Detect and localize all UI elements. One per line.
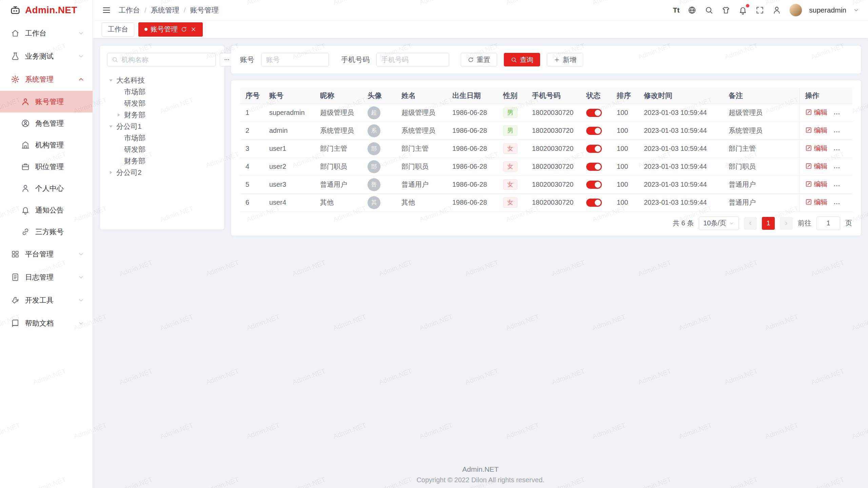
edit-button[interactable]: 编辑	[805, 108, 828, 117]
caret-placeholder	[115, 88, 122, 96]
edit-icon	[805, 199, 812, 205]
account-filter-label: 账号	[240, 55, 254, 64]
breadcrumb-item[interactable]: 工作台	[119, 5, 140, 15]
row-more-button[interactable]	[833, 146, 841, 154]
cell-actions: 编辑	[800, 176, 852, 194]
current-page-button[interactable]: 1	[762, 217, 775, 230]
page-unit-label: 页	[845, 219, 852, 228]
tree-node-label: 分公司1	[116, 122, 142, 131]
avatar: 其	[368, 196, 380, 209]
tree-node[interactable]: 分公司2	[107, 167, 217, 178]
tree-node[interactable]: 财务部	[115, 155, 217, 167]
avatar: 部	[368, 160, 380, 173]
status-toggle[interactable]	[586, 163, 602, 171]
fullscreen-icon[interactable]	[755, 6, 764, 15]
chevron-down-icon	[78, 297, 84, 304]
tree-node[interactable]: 财务部	[115, 109, 217, 121]
tree-node[interactable]: 市场部	[115, 86, 217, 98]
caret-down-icon[interactable]	[107, 123, 115, 130]
query-button[interactable]: 查询	[504, 53, 540, 66]
tree-node[interactable]: 大名科技	[107, 75, 217, 86]
reset-button[interactable]: 重置	[461, 53, 497, 66]
org-search-box[interactable]	[107, 53, 216, 66]
sidebar-item-business-test[interactable]: 业务测试	[0, 45, 93, 68]
language-icon[interactable]	[688, 6, 696, 15]
edit-button[interactable]: 编辑	[805, 162, 828, 171]
edit-icon	[805, 181, 812, 187]
notification-icon[interactable]	[738, 6, 747, 15]
add-button[interactable]: 新增	[547, 53, 583, 66]
edit-button[interactable]: 编辑	[805, 180, 828, 189]
table-row: 4user2部门职员部部门职员1986-06-28女18020030720100…	[240, 158, 852, 176]
tab-label: 账号管理	[151, 25, 178, 34]
close-icon[interactable]	[190, 26, 197, 33]
org-search-input[interactable]	[121, 56, 211, 64]
row-more-button[interactable]	[833, 200, 841, 207]
prev-page-button[interactable]	[744, 217, 757, 230]
sidebar-subitem-notice[interactable]: 通知公告	[0, 199, 93, 221]
caret-right-icon[interactable]	[115, 111, 122, 119]
status-toggle[interactable]	[586, 145, 602, 153]
cell-account: superadmin	[264, 104, 315, 122]
cell-modified: 2023-01-03 10:59:44	[638, 194, 723, 211]
tree-node[interactable]: 研发部	[115, 144, 217, 155]
sidebar-item-workbench[interactable]: 工作台	[0, 22, 93, 45]
sidebar-item-log-mgmt[interactable]: 日志管理	[0, 266, 93, 289]
edit-button[interactable]: 编辑	[805, 126, 828, 135]
phone-filter-input[interactable]	[376, 53, 449, 66]
pagination-total: 共 6 条	[673, 219, 694, 228]
sidebar-subitem-org-mgmt[interactable]: 机构管理	[0, 134, 93, 156]
sidebar-item-dev-tools[interactable]: 开发工具	[0, 289, 93, 312]
status-toggle[interactable]	[586, 109, 602, 117]
hamburger-menu-icon[interactable]	[102, 5, 111, 15]
goto-page-input[interactable]	[816, 217, 840, 230]
edit-button[interactable]: 编辑	[805, 198, 828, 207]
theme-icon[interactable]	[722, 6, 730, 15]
status-toggle[interactable]	[586, 181, 602, 189]
pagination: 共 6 条 10条/页 1 前往 页	[240, 217, 852, 230]
search-icon	[112, 56, 118, 63]
search-icon[interactable]	[705, 6, 713, 15]
cell-birthdate: 1986-06-28	[447, 104, 498, 122]
status-toggle[interactable]	[586, 127, 602, 135]
caret-right-icon[interactable]	[107, 169, 115, 176]
breadcrumb-item[interactable]: 账号管理	[190, 5, 219, 15]
user-menu-chevron-icon[interactable]	[853, 7, 859, 13]
sidebar-subitem-role-mgmt[interactable]: 角色管理	[0, 113, 93, 134]
row-more-button[interactable]	[833, 110, 841, 118]
sidebar-item-system-mgmt[interactable]: 系统管理	[0, 68, 93, 91]
account-filter-input[interactable]	[261, 53, 329, 66]
account-icon[interactable]	[772, 6, 781, 15]
cell-birthdate: 1986-06-28	[447, 158, 498, 176]
user-avatar[interactable]	[789, 4, 802, 17]
row-more-button[interactable]	[833, 164, 841, 171]
status-toggle[interactable]	[586, 199, 602, 207]
tree-node[interactable]: 市场部	[115, 132, 217, 144]
chevron-down-icon	[729, 221, 734, 226]
sidebar-item-platform-mgmt[interactable]: 平台管理	[0, 243, 93, 266]
sidebar-subitem-post-mgmt[interactable]: 职位管理	[0, 156, 93, 178]
tree-node[interactable]: 研发部	[115, 98, 217, 109]
row-more-button[interactable]	[833, 128, 841, 136]
sidebar-subitem-third-account[interactable]: 三方账号	[0, 221, 93, 243]
col-phone: 手机号码	[527, 88, 581, 104]
tab-workbench[interactable]: 工作台	[102, 22, 134, 37]
row-more-button[interactable]	[833, 182, 841, 189]
next-page-button[interactable]	[780, 217, 793, 230]
font-size-icon[interactable]: Tt	[673, 6, 679, 15]
tab-account-mgmt[interactable]: 账号管理	[138, 22, 203, 37]
col-gender: 性别	[498, 88, 527, 104]
person-icon	[21, 184, 30, 193]
edit-button[interactable]: 编辑	[805, 144, 828, 153]
tree-node[interactable]: 分公司1	[107, 121, 217, 132]
refresh-icon[interactable]	[181, 26, 187, 33]
sidebar-subitem-personal-center[interactable]: 个人中心	[0, 178, 93, 199]
col-account: 账号	[264, 88, 315, 104]
caret-down-icon[interactable]	[107, 77, 115, 84]
refresh-icon	[468, 57, 474, 63]
page-size-select[interactable]: 10条/页	[699, 217, 739, 230]
sidebar-item-help-docs[interactable]: 帮助文档	[0, 312, 93, 335]
breadcrumb-item[interactable]: 系统管理	[151, 5, 179, 15]
sidebar-subitem-account-mgmt[interactable]: 账号管理	[0, 91, 93, 113]
cell-gender: 男	[498, 104, 527, 122]
